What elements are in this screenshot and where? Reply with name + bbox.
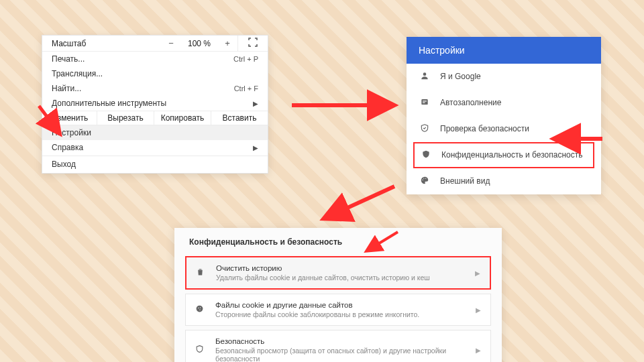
svg-point-7 [197,306,203,312]
shield-icon [420,149,432,161]
cookie-icon [195,304,206,315]
sidebar-item-safety-check[interactable]: Проверка безопасности [407,116,601,142]
svg-point-10 [199,309,200,310]
svg-rect-3 [423,103,425,103]
sidebar-item-appearance[interactable]: Внешний вид [407,168,601,194]
shield-check-icon [419,123,431,135]
zoom-value: 100 % [181,39,217,48]
svg-point-6 [425,178,426,178]
arrow-settings-to-privacy-panel [315,181,402,228]
menu-item-copy[interactable]: Копировать [154,111,211,125]
fullscreen-button[interactable] [238,38,268,49]
chevron-right-icon: ▶ [253,144,258,152]
svg-point-9 [200,307,201,308]
privacy-item-cookies[interactable]: Файлы cookie и другие данные сайтов Стор… [185,294,491,326]
chrome-menu: Масштаб − 100 % + Печать... Ctrl + P Тра… [42,35,268,174]
menu-item-find[interactable]: Найти... Ctrl + F [42,81,268,96]
chevron-right-icon: ▶ [475,269,480,277]
sidebar-item-autofill[interactable]: Автозаполнение [407,90,601,116]
svg-rect-1 [421,99,427,105]
svg-point-4 [422,180,423,180]
zoom-out-button[interactable]: − [161,38,181,48]
privacy-panel: Конфиденциальность и безопасность Очисти… [174,228,502,362]
shortcut: Ctrl + F [234,84,258,93]
menu-item-more-tools[interactable]: Дополнительные инструменты ▶ [42,96,268,111]
sidebar-item-you-and-google[interactable]: Я и Google [407,64,601,90]
settings-sidebar: Настройки Я и Google Автозаполнение Пров… [407,37,601,194]
shield-icon [195,345,206,355]
edit-label: Изменить [42,111,97,125]
person-icon [419,71,431,82]
palette-icon [419,176,431,187]
svg-point-8 [198,308,199,308]
arrow-menu-to-settings [288,95,402,115]
autofill-icon [419,97,431,109]
menu-item-paste[interactable]: Вставить [211,111,268,125]
svg-point-5 [423,178,424,178]
chevron-right-icon: ▶ [253,100,258,107]
fullscreen-icon [248,38,258,49]
svg-line-14 [325,186,394,218]
menu-item-cast[interactable]: Трансляция... [42,66,268,81]
menu-item-cut[interactable]: Вырезать [97,111,154,125]
zoom-row: Масштаб − 100 % + [42,36,268,52]
menu-item-settings[interactable]: Настройки [42,125,268,140]
zoom-label: Масштаб [52,39,161,48]
menu-item-print[interactable]: Печать... Ctrl + P [42,52,268,66]
svg-point-0 [423,72,427,76]
menu-item-exit[interactable]: Выход [42,157,268,172]
privacy-item-clear-history[interactable]: Очистить историю Удалить файлы cookie и … [185,256,491,290]
shortcut: Ctrl + P [233,55,258,63]
trash-icon [196,267,207,278]
sidebar-item-privacy[interactable]: Конфиденциальность и безопасность [413,142,594,168]
chevron-right-icon: ▶ [476,347,481,354]
menu-item-help[interactable]: Справка ▶ [42,140,268,155]
zoom-in-button[interactable]: + [217,38,237,48]
chevron-right-icon: ▶ [476,306,481,314]
privacy-section-title: Конфиденциальность и безопасность [185,237,491,247]
settings-header: Настройки [407,37,601,64]
privacy-item-security[interactable]: Безопасность Безопасный просмотр (защита… [185,330,491,362]
edit-row: Изменить Вырезать Копировать Вставить [42,111,268,125]
svg-rect-2 [423,101,427,101]
